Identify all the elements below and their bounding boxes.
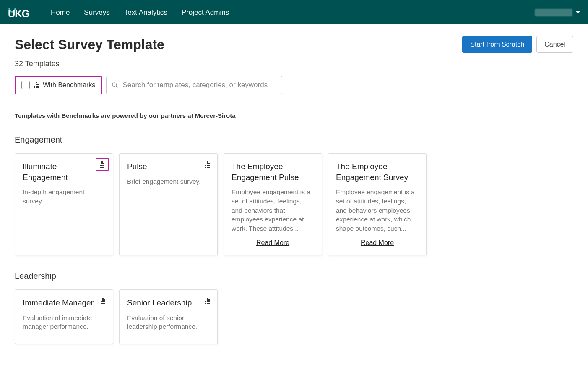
template-card[interactable]: The Employee Engagement Pulse Employee e… bbox=[224, 153, 322, 255]
read-more-link[interactable]: Read More bbox=[232, 239, 314, 247]
template-card[interactable]: Immediate Manager Evaluation of immediat… bbox=[15, 289, 113, 344]
card-title: Illuminate Engagement bbox=[23, 161, 92, 182]
nav-project-admins[interactable]: Project Admins bbox=[182, 8, 229, 17]
card-description: Employee engagement is a set of attitude… bbox=[336, 187, 419, 233]
svg-text:UKG: UKG bbox=[8, 8, 29, 18]
card-description: Employee engagement is a set of attitude… bbox=[232, 187, 314, 233]
benchmark-icon bbox=[205, 161, 210, 168]
card-title: Pulse bbox=[127, 161, 202, 172]
benchmarks-label: With Benchmarks bbox=[43, 81, 95, 89]
ukg-logo-svg: UKG bbox=[8, 7, 38, 18]
benchmark-icon bbox=[101, 297, 105, 304]
section-title-leadership: Leadership bbox=[15, 271, 573, 281]
nav-links: Home Surveys Text Analytics Project Admi… bbox=[51, 8, 229, 17]
benchmarks-checkbox[interactable] bbox=[21, 81, 30, 89]
start-from-scratch-button[interactable]: Start from Scratch bbox=[462, 36, 532, 53]
search-icon bbox=[112, 82, 118, 88]
svg-point-1 bbox=[112, 83, 116, 86]
header-actions: Start from Scratch Cancel bbox=[462, 36, 573, 53]
nav-surveys[interactable]: Surveys bbox=[84, 8, 109, 17]
nav-text-analytics[interactable]: Text Analytics bbox=[124, 8, 167, 17]
chevron-down-icon bbox=[576, 11, 580, 14]
user-name-redacted bbox=[535, 9, 572, 16]
with-benchmarks-filter[interactable]: With Benchmarks bbox=[15, 76, 102, 94]
cards-leadership: Immediate Manager Evaluation of immediat… bbox=[15, 289, 573, 344]
section-title-engagement: Engagement bbox=[15, 135, 573, 145]
template-card[interactable]: Illuminate Engagement In-depth engagemen… bbox=[15, 153, 113, 255]
card-title: Immediate Manager bbox=[23, 297, 97, 308]
card-description: Evaluation of immediate manager performa… bbox=[23, 313, 105, 331]
card-title: Senior Leadership bbox=[127, 297, 202, 308]
card-description: Brief engagement survey. bbox=[127, 177, 210, 186]
cards-engagement: Illuminate Engagement In-depth engagemen… bbox=[15, 153, 573, 255]
card-description: Evaluation of senior leadership performa… bbox=[127, 313, 210, 331]
template-card[interactable]: Senior Leadership Evaluation of senior l… bbox=[119, 289, 218, 344]
cancel-button[interactable]: Cancel bbox=[536, 36, 573, 53]
read-more-link[interactable]: Read More bbox=[336, 239, 419, 247]
top-nav: UKG Home Surveys Text Analytics Project … bbox=[0, 0, 588, 24]
search-container[interactable] bbox=[106, 76, 282, 94]
user-menu[interactable] bbox=[535, 9, 580, 16]
page-title: Select Survey Template bbox=[15, 37, 462, 52]
template-card[interactable]: The Employee Engagement Survey Employee … bbox=[328, 153, 427, 255]
card-title: The Employee Engagement Survey bbox=[336, 161, 419, 182]
benchmarks-note: Templates with Benchmarks are powered by… bbox=[15, 112, 573, 119]
svg-line-2 bbox=[116, 86, 118, 88]
brand-logo: UKG bbox=[8, 7, 38, 18]
template-count: 32 Templates bbox=[15, 60, 573, 68]
benchmark-icon bbox=[34, 82, 39, 88]
card-title: The Employee Engagement Pulse bbox=[232, 161, 314, 182]
benchmark-icon bbox=[96, 158, 109, 171]
main-content: Select Survey Template Start from Scratc… bbox=[0, 24, 588, 357]
card-description: In-depth engagement survey. bbox=[23, 187, 105, 206]
benchmark-icon bbox=[205, 297, 210, 304]
nav-home[interactable]: Home bbox=[51, 8, 70, 17]
search-input[interactable] bbox=[122, 81, 277, 89]
template-card[interactable]: Pulse Brief engagement survey. bbox=[119, 153, 218, 255]
